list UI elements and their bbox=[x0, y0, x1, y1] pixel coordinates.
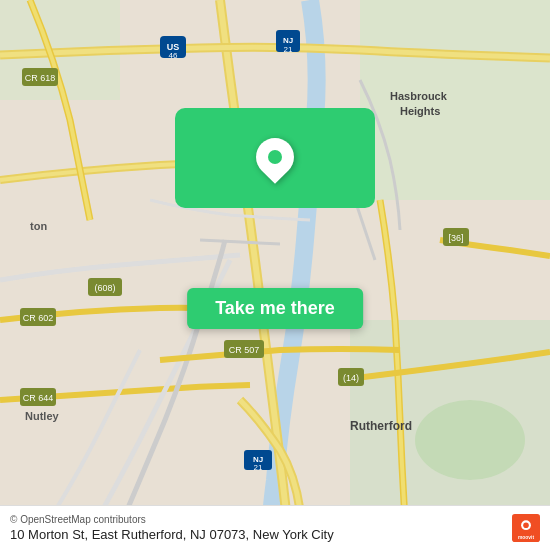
moovit-icon: moovit bbox=[512, 514, 540, 542]
svg-text:Hasbrouck: Hasbrouck bbox=[390, 90, 448, 102]
svg-text:21: 21 bbox=[254, 463, 263, 472]
svg-text:Heights: Heights bbox=[400, 105, 440, 117]
location-card: Take me there bbox=[175, 108, 375, 208]
take-me-there-button[interactable]: Take me there bbox=[187, 288, 363, 329]
svg-text:46: 46 bbox=[169, 51, 178, 60]
svg-text:(608): (608) bbox=[94, 283, 115, 293]
svg-text:Nutley: Nutley bbox=[25, 410, 60, 422]
svg-text:CR 618: CR 618 bbox=[25, 73, 56, 83]
svg-text:CR 507: CR 507 bbox=[229, 345, 260, 355]
map-container: US 46 NJ 21 CR 618 CR 602 CR 644 (608) C… bbox=[0, 0, 550, 550]
openstreetmap-credit: © OpenStreetMap contributors bbox=[10, 514, 334, 525]
map-background: US 46 NJ 21 CR 618 CR 602 CR 644 (608) C… bbox=[0, 0, 550, 550]
svg-text:moovit: moovit bbox=[518, 535, 534, 540]
svg-text:ton: ton bbox=[30, 220, 47, 232]
address-text: 10 Morton St, East Rutherford, NJ 07073,… bbox=[10, 527, 334, 542]
svg-text:CR 602: CR 602 bbox=[23, 313, 54, 323]
moovit-logo: moovit bbox=[512, 514, 540, 542]
svg-text:NJ: NJ bbox=[283, 36, 293, 45]
bottom-bar-info: © OpenStreetMap contributors 10 Morton S… bbox=[10, 514, 334, 542]
svg-rect-1 bbox=[360, 0, 550, 200]
location-pin-icon bbox=[256, 138, 294, 184]
svg-text:21: 21 bbox=[284, 45, 293, 54]
svg-text:Rutherford: Rutherford bbox=[350, 419, 412, 433]
svg-point-35 bbox=[523, 522, 529, 528]
svg-point-4 bbox=[415, 400, 525, 480]
svg-text:CR 644: CR 644 bbox=[23, 393, 54, 403]
bottom-bar: © OpenStreetMap contributors 10 Morton S… bbox=[0, 505, 550, 550]
svg-text:[36]: [36] bbox=[448, 233, 463, 243]
svg-text:(14): (14) bbox=[343, 373, 359, 383]
